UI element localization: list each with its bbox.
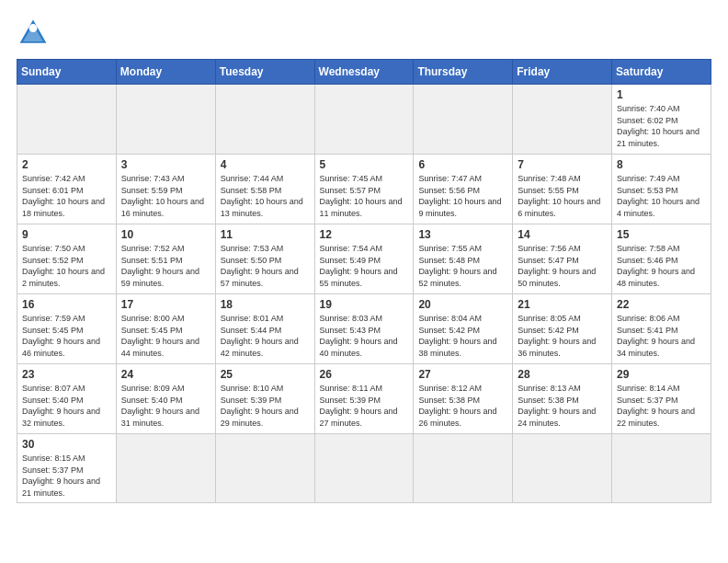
day-info: Sunrise: 8:07 AM Sunset: 5:40 PM Dayligh… — [22, 383, 111, 429]
calendar-cell: 3Sunrise: 7:43 AM Sunset: 5:59 PM Daylig… — [116, 155, 215, 224]
day-info: Sunrise: 7:47 AM Sunset: 5:56 PM Dayligh… — [418, 173, 507, 219]
calendar-cell: 16Sunrise: 7:59 AM Sunset: 5:45 PM Dayli… — [17, 294, 117, 364]
weekday-header-thursday: Thursday — [414, 60, 513, 85]
calendar-cell: 22Sunrise: 8:06 AM Sunset: 5:41 PM Dayli… — [612, 294, 711, 364]
calendar-cell: 2Sunrise: 7:42 AM Sunset: 6:01 PM Daylig… — [17, 155, 117, 224]
day-number: 14 — [518, 228, 607, 241]
weekday-header-wednesday: Wednesday — [314, 60, 414, 85]
day-info: Sunrise: 7:58 AM Sunset: 5:46 PM Dayligh… — [617, 243, 706, 289]
day-info: Sunrise: 7:52 AM Sunset: 5:51 PM Dayligh… — [121, 243, 210, 289]
calendar-cell: 13Sunrise: 7:55 AM Sunset: 5:48 PM Dayli… — [414, 224, 513, 294]
calendar-cell: 27Sunrise: 8:12 AM Sunset: 5:38 PM Dayli… — [414, 364, 513, 434]
header — [17, 17, 711, 50]
calendar-body: 1Sunrise: 7:40 AM Sunset: 6:02 PM Daylig… — [17, 85, 711, 503]
day-info: Sunrise: 7:55 AM Sunset: 5:48 PM Dayligh… — [418, 243, 507, 289]
calendar-cell: 21Sunrise: 8:05 AM Sunset: 5:42 PM Dayli… — [513, 294, 612, 364]
calendar-cell: 8Sunrise: 7:49 AM Sunset: 5:53 PM Daylig… — [612, 155, 711, 224]
day-number: 6 — [418, 158, 507, 171]
day-number: 1 — [617, 88, 706, 101]
day-number: 28 — [518, 368, 607, 381]
calendar-cell: 20Sunrise: 8:04 AM Sunset: 5:42 PM Dayli… — [414, 294, 513, 364]
day-number: 26 — [320, 368, 409, 381]
day-number: 8 — [617, 158, 706, 171]
calendar-cell: 28Sunrise: 8:13 AM Sunset: 5:38 PM Dayli… — [513, 364, 612, 434]
day-number: 29 — [617, 368, 706, 381]
day-info: Sunrise: 8:00 AM Sunset: 5:45 PM Dayligh… — [121, 313, 210, 359]
day-number: 22 — [617, 298, 706, 311]
day-number: 30 — [22, 438, 111, 451]
weekday-row: SundayMondayTuesdayWednesdayThursdayFrid… — [17, 60, 711, 85]
day-info: Sunrise: 8:05 AM Sunset: 5:42 PM Dayligh… — [518, 313, 607, 359]
day-info: Sunrise: 8:12 AM Sunset: 5:38 PM Dayligh… — [418, 383, 507, 429]
day-info: Sunrise: 7:59 AM Sunset: 5:45 PM Dayligh… — [22, 313, 111, 359]
calendar-cell — [513, 85, 612, 155]
calendar-cell: 19Sunrise: 8:03 AM Sunset: 5:43 PM Dayli… — [314, 294, 414, 364]
weekday-header-monday: Monday — [116, 60, 215, 85]
day-info: Sunrise: 8:10 AM Sunset: 5:39 PM Dayligh… — [221, 383, 310, 429]
day-info: Sunrise: 7:49 AM Sunset: 5:53 PM Dayligh… — [617, 173, 706, 219]
calendar-cell — [17, 85, 117, 155]
day-number: 19 — [320, 298, 409, 311]
calendar-cell: 9Sunrise: 7:50 AM Sunset: 5:52 PM Daylig… — [17, 224, 117, 294]
calendar-cell: 1Sunrise: 7:40 AM Sunset: 6:02 PM Daylig… — [612, 85, 711, 155]
day-info: Sunrise: 7:54 AM Sunset: 5:49 PM Dayligh… — [320, 243, 409, 289]
calendar-cell — [314, 434, 414, 503]
day-info: Sunrise: 7:45 AM Sunset: 5:57 PM Dayligh… — [320, 173, 409, 219]
calendar-cell: 30Sunrise: 8:15 AM Sunset: 5:37 PM Dayli… — [17, 434, 117, 503]
calendar-cell — [513, 434, 612, 503]
day-info: Sunrise: 8:13 AM Sunset: 5:38 PM Dayligh… — [518, 383, 607, 429]
calendar-table: SundayMondayTuesdayWednesdayThursdayFrid… — [17, 59, 711, 503]
day-info: Sunrise: 7:44 AM Sunset: 5:58 PM Dayligh… — [221, 173, 310, 219]
day-number: 27 — [418, 368, 507, 381]
day-number: 9 — [22, 228, 111, 241]
calendar-cell: 17Sunrise: 8:00 AM Sunset: 5:45 PM Dayli… — [116, 294, 215, 364]
day-info: Sunrise: 7:50 AM Sunset: 5:52 PM Dayligh… — [22, 243, 111, 289]
day-number: 13 — [418, 228, 507, 241]
day-number: 15 — [617, 228, 706, 241]
day-number: 3 — [121, 158, 210, 171]
calendar-header: SundayMondayTuesdayWednesdayThursdayFrid… — [17, 60, 711, 85]
calendar-cell: 7Sunrise: 7:48 AM Sunset: 5:55 PM Daylig… — [513, 155, 612, 224]
calendar-cell — [116, 85, 215, 155]
calendar-cell: 10Sunrise: 7:52 AM Sunset: 5:51 PM Dayli… — [116, 224, 215, 294]
logo-icon — [17, 17, 50, 50]
calendar-week-3: 9Sunrise: 7:50 AM Sunset: 5:52 PM Daylig… — [17, 224, 711, 294]
day-number: 11 — [221, 228, 310, 241]
calendar-cell — [116, 434, 215, 503]
weekday-header-tuesday: Tuesday — [215, 60, 314, 85]
calendar-cell: 14Sunrise: 7:56 AM Sunset: 5:47 PM Dayli… — [513, 224, 612, 294]
calendar-cell: 18Sunrise: 8:01 AM Sunset: 5:44 PM Dayli… — [215, 294, 314, 364]
calendar-cell: 12Sunrise: 7:54 AM Sunset: 5:49 PM Dayli… — [314, 224, 414, 294]
calendar-page: SundayMondayTuesdayWednesdayThursdayFrid… — [0, 0, 728, 512]
day-info: Sunrise: 7:40 AM Sunset: 6:02 PM Dayligh… — [617, 103, 706, 149]
day-info: Sunrise: 7:43 AM Sunset: 5:59 PM Dayligh… — [121, 173, 210, 219]
calendar-cell — [215, 85, 314, 155]
day-number: 16 — [22, 298, 111, 311]
day-info: Sunrise: 7:42 AM Sunset: 6:01 PM Dayligh… — [22, 173, 111, 219]
day-number: 10 — [121, 228, 210, 241]
calendar-cell: 11Sunrise: 7:53 AM Sunset: 5:50 PM Dayli… — [215, 224, 314, 294]
calendar-cell — [215, 434, 314, 503]
calendar-cell — [414, 434, 513, 503]
calendar-cell: 4Sunrise: 7:44 AM Sunset: 5:58 PM Daylig… — [215, 155, 314, 224]
calendar-cell — [314, 85, 414, 155]
day-info: Sunrise: 8:04 AM Sunset: 5:42 PM Dayligh… — [418, 313, 507, 359]
weekday-header-sunday: Sunday — [17, 60, 117, 85]
calendar-cell — [612, 434, 711, 503]
day-number: 5 — [320, 158, 409, 171]
day-number: 20 — [418, 298, 507, 311]
day-number: 21 — [518, 298, 607, 311]
svg-point-2 — [29, 24, 38, 32]
calendar-cell: 6Sunrise: 7:47 AM Sunset: 5:56 PM Daylig… — [414, 155, 513, 224]
day-number: 7 — [518, 158, 607, 171]
weekday-header-friday: Friday — [513, 60, 612, 85]
calendar-week-1: 1Sunrise: 7:40 AM Sunset: 6:02 PM Daylig… — [17, 85, 711, 155]
calendar-cell: 25Sunrise: 8:10 AM Sunset: 5:39 PM Dayli… — [215, 364, 314, 434]
day-number: 4 — [221, 158, 310, 171]
day-info: Sunrise: 7:56 AM Sunset: 5:47 PM Dayligh… — [518, 243, 607, 289]
weekday-header-saturday: Saturday — [612, 60, 711, 85]
calendar-week-2: 2Sunrise: 7:42 AM Sunset: 6:01 PM Daylig… — [17, 155, 711, 224]
calendar-cell — [414, 85, 513, 155]
day-number: 12 — [320, 228, 409, 241]
day-info: Sunrise: 8:14 AM Sunset: 5:37 PM Dayligh… — [617, 383, 706, 429]
